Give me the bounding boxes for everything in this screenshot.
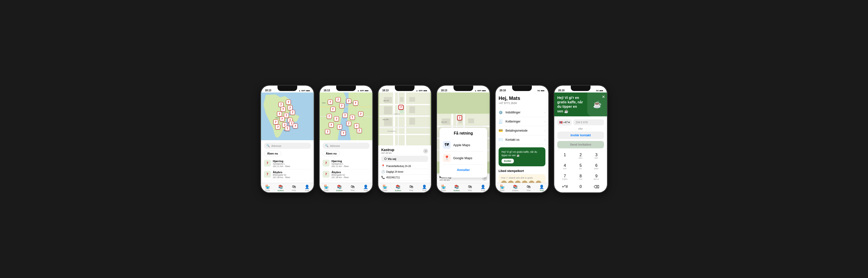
numpad-key-7[interactable]: 7 PQRS [557, 172, 572, 182]
store-item-1-1[interactable]: 7 Hjørring Sprøgsvej 1 262.11 km · Åben [264, 158, 311, 169]
tab-butikker-2[interactable]: 📚 Butikker [333, 184, 346, 192]
tab-shop-5[interactable]: 🛍 Shop [522, 184, 535, 192]
numpad-key-0[interactable]: 0 [573, 182, 588, 191]
time-3: 18:13 [382, 89, 389, 92]
numpad-key-1[interactable]: 1 [557, 151, 572, 161]
google-maps-option[interactable]: 📍 Google Maps [443, 151, 484, 165]
search-icon-2: 🔍 [325, 144, 329, 147]
numpad-6: 1 2 ABC 3 DEF 4 GHI [557, 151, 604, 191]
country-select-6[interactable]: 🇳🇴 +47 ▾ [557, 119, 572, 126]
svg-text:Kebe...: Kebe... [322, 102, 327, 104]
promo-btn-5[interactable]: Inviter [501, 159, 514, 163]
map-area-2[interactable]: Kebe... Malmö 7 7 7 7 7 7 7 7 7 7 7 7 7 … [320, 93, 372, 140]
numpad-key-4[interactable]: 4 GHI [557, 162, 572, 171]
open-btn-1[interactable]: Åben nu [264, 151, 281, 156]
cancel-btn-4[interactable]: Annuller [443, 166, 484, 174]
map-area-1[interactable]: Malmö Flensburg 7 7 7 7 7 7 7 7 7 7 7 7 … [261, 93, 314, 140]
invite-body-6: 🇳🇴 +47 ▾ 234 5 678 eller Invitér kontakt… [554, 116, 607, 193]
tab-label-profil-1: Profil [305, 190, 309, 192]
svg-text:Rema 1000: Rema 1000 [382, 119, 389, 120]
store-name-1-2: Åbybro [273, 171, 311, 174]
store-name-2-2: Åbybro [332, 171, 369, 174]
marker-z-8: 7 [334, 116, 339, 121]
store-item-2-2[interactable]: 7 Åbybro Østergade 52 297.38 km · Åben [322, 169, 369, 180]
numpad-key-8[interactable]: 8 TUV [573, 172, 588, 182]
store-icon-1-1: 7 [264, 160, 271, 167]
route-btn-3[interactable]: ⬡ Vis vej [381, 156, 428, 162]
close-btn-3[interactable]: ✕ [423, 149, 428, 153]
tab-butikker-1[interactable]: 📚 Butikker [274, 184, 288, 192]
menu-kvitteringer[interactable]: 🧾 Kvitteringer › [499, 117, 546, 126]
tab-butikker-5[interactable]: 📚 Butikker [509, 184, 522, 192]
bottom-panel-2: 🔍 Adresse Åben nu 7 Hjørring Sprøgsvej 1… [320, 140, 372, 183]
marker-10: 7 [273, 119, 278, 125]
tab-shop-3[interactable]: 🛍 Shop [405, 184, 418, 192]
tab-finder-2[interactable]: 🏪 Finder [320, 184, 333, 192]
apple-maps-label: Apple Maps [453, 143, 470, 147]
search-bar-2[interactable]: 🔍 Adresse [322, 143, 369, 149]
menu-kontakt[interactable]: ✉️ Kontakt os › [499, 135, 546, 144]
menu-betaling[interactable]: 💳 Betalingsmetode › [499, 126, 546, 135]
store-item-1-2[interactable]: 7 Åbybro Østergade 52 297.38 km · Åben [264, 169, 311, 180]
numpad-key-delete[interactable]: ⌫ [589, 182, 604, 191]
bottom-panel-1: 🔍 Adresse Åben nu 7 Hjørring Sprøgsvej 1… [261, 140, 314, 183]
tab-shop-4[interactable]: 🛍 Shop [463, 184, 477, 192]
store-info-2-2: Åbybro Østergade 52 297.38 km · Åben [332, 171, 369, 179]
tab-finder-1[interactable]: 🏪 Finder [261, 184, 274, 192]
location-dist-4: 437.45 km [439, 179, 452, 181]
numpad-key-2[interactable]: 2 ABC [573, 151, 588, 161]
numpad-key-star[interactable]: +*# [557, 182, 572, 191]
search-icon-1: 🔍 [267, 144, 270, 147]
tab-profil-1[interactable]: 👤 Profil [301, 184, 314, 192]
menu-indstillinger[interactable]: ⚙️ Indstillinger › [499, 108, 546, 117]
tab-butikker-3[interactable]: 📚 Butikker [392, 184, 405, 192]
tab-profil-2[interactable]: 👤 Profil [359, 184, 373, 192]
contact-btn-6[interactable]: Invitér kontakt [557, 132, 604, 139]
tab-finder-3[interactable]: 🏪 Finder [378, 184, 392, 192]
numpad-key-9[interactable]: 9 WXYZ [589, 172, 604, 182]
open-btn-2[interactable]: Åben nu [322, 151, 340, 156]
tab-butikker-4[interactable]: 📚 Butikker [450, 184, 464, 192]
location-info-3: Kastrup 437.45 km [381, 148, 394, 154]
search-bar-1[interactable]: 🔍 Adresse [264, 143, 311, 149]
time-6: 20:10 [558, 89, 565, 92]
or-divider-6: eller [557, 128, 604, 130]
stamp-section-5: Liked stempelkort Hver 7. skænk selv-dri… [499, 169, 546, 183]
invite-image: ☕ [587, 93, 607, 116]
notch-2 [336, 85, 356, 91]
phone-input-row-6: 🇳🇴 +47 ▾ 234 5 678 [557, 119, 604, 126]
numpad-key-3[interactable]: 3 DEF [589, 151, 604, 161]
numpad-key-6[interactable]: 6 MNO [589, 162, 604, 171]
stamp-subtitle-5: Hver 7. skænk selv-drik er gratis [501, 177, 543, 179]
stamp-1: ☕ [501, 181, 507, 183]
detail-row-hours-3: 🕐 Dagligt 24 timer [381, 169, 428, 175]
tab-profil-3[interactable]: 👤 Profil [418, 184, 431, 192]
map-area-3[interactable]: Øens VVS 7-El Lejtgårdsvej Rema 1000 Præ… [378, 93, 431, 145]
status-icons-5: 5G ■■■ [537, 90, 545, 92]
tab-finder-5[interactable]: 🏪 Finder [496, 184, 509, 192]
send-btn-6[interactable]: Send invitation [557, 141, 604, 148]
tab-icon-butikker-1: 📚 [278, 184, 283, 189]
time-5: 20:10 [500, 89, 506, 92]
apple-maps-option[interactable]: 🗺 Apple Maps [443, 139, 484, 151]
chevron-kontakt: › [545, 138, 546, 141]
tab-shop-2[interactable]: 🛍 Shop [346, 184, 359, 192]
marker-2: 7 [286, 100, 291, 105]
tab-profil-4[interactable]: 👤 Profil [477, 184, 490, 192]
tab-shop-1[interactable]: 🛍 Shop [287, 184, 301, 192]
marker-z-17: 7 [341, 131, 346, 136]
phone-icon-3: 📞 [381, 176, 385, 179]
store-item-2-1[interactable]: 7 Hjørring Sprøgsvej 1 262.11 km · Åben [322, 158, 369, 169]
marker-z-7: 7 [327, 114, 332, 119]
svg-rect-16 [398, 93, 399, 145]
tab-finder-4[interactable]: 🏪 Finder [437, 184, 450, 192]
tab-profil-5[interactable]: 👤 Profil [535, 184, 549, 192]
tab-label-finder-1: Finder [265, 190, 270, 192]
numpad-key-5[interactable]: 5 JKL [573, 162, 588, 171]
status-icons-2: ▲ WiFi ■■■ [358, 90, 368, 92]
apple-maps-icon: 🗺 [443, 141, 451, 149]
chevron-indstillinger: › [545, 111, 546, 114]
marker-z-9: 7 [343, 113, 347, 118]
stamp-3: ☕ [515, 181, 521, 183]
phone-input-field-6[interactable]: 234 5 678 [573, 119, 604, 125]
